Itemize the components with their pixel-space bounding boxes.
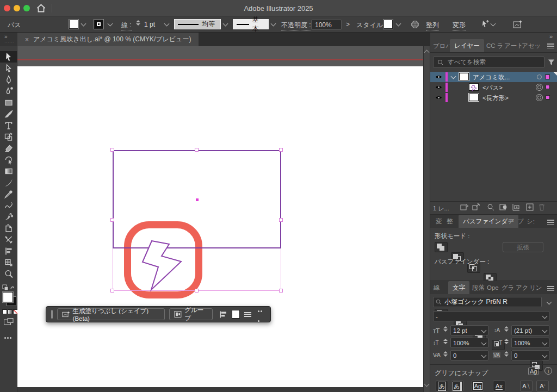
visibility-eye-icon[interactable]	[435, 74, 442, 79]
selection-color-chip[interactable]	[546, 85, 550, 89]
layer-row-rectangle[interactable]: <長方形>	[430, 92, 557, 103]
opacity-more-toggle[interactable]: >	[346, 21, 350, 28]
tab-layers[interactable]: レイヤー	[450, 39, 484, 52]
horizontal-scale-field[interactable]: 100%	[511, 338, 549, 348]
font-family-chevron-icon[interactable]	[547, 300, 552, 305]
fill-swatch-quick[interactable]	[232, 310, 240, 319]
tool-symbol-sprayer[interactable]	[0, 211, 17, 222]
width-profile-dropdown[interactable]: 均等	[174, 19, 221, 29]
character-panel-menu-icon[interactable]	[547, 285, 554, 293]
tool-paintbrush[interactable]	[0, 108, 17, 120]
vertical-scrollbar[interactable]	[423, 46, 430, 392]
info-icon[interactable]: i	[544, 367, 552, 375]
color-mode-gradient[interactable]	[8, 309, 13, 314]
shape-mode-unite-button[interactable]	[435, 242, 448, 252]
horizontal-scale-stepper[interactable]	[504, 339, 509, 344]
layer-row-path[interactable]: <パス>	[430, 82, 557, 92]
layer-name[interactable]: <パス>	[482, 84, 503, 92]
tool-selection[interactable]	[0, 51, 17, 63]
align-link[interactable]: 整列	[426, 21, 439, 31]
font-size-stepper[interactable]	[443, 326, 448, 332]
dock-collapse-icon[interactable]: »	[549, 33, 553, 40]
color-mode-color[interactable]	[2, 309, 7, 314]
new-layer-icon[interactable]	[526, 203, 534, 211]
tab-align[interactable]: 整	[447, 215, 453, 228]
lightning-bolt-path[interactable]	[138, 237, 203, 295]
tool-rectangle[interactable]	[0, 97, 17, 108]
selection-color-chip[interactable]	[545, 74, 550, 79]
horizontal-scale-chevron-icon[interactable]	[542, 340, 548, 346]
canvas[interactable]	[17, 46, 423, 392]
new-sublayer-icon[interactable]	[512, 203, 521, 211]
tab-appearance[interactable]: ア	[508, 215, 515, 228]
tracking-field[interactable]: 0	[511, 350, 549, 360]
layer-thumbnail[interactable]	[469, 94, 479, 101]
document-setup-globe-icon[interactable]	[411, 20, 419, 29]
layer-name[interactable]: アメコミ吹...	[473, 73, 510, 82]
group-button[interactable]: グループ	[169, 308, 213, 320]
visibility-eye-icon[interactable]	[435, 95, 442, 100]
collect-for-export-icon[interactable]	[460, 203, 469, 211]
selection-handle[interactable]	[279, 218, 283, 222]
font-family-field[interactable]: 小塚ゴシック Pr6N R	[433, 297, 542, 307]
leading-field[interactable]: (21 pt)	[511, 325, 549, 335]
delete-layer-icon[interactable]	[539, 203, 545, 211]
tab-character[interactable]: 文字	[448, 281, 469, 294]
expand-button[interactable]: 拡張	[503, 242, 543, 252]
tab-cc-libraries[interactable]: CC ラ	[486, 39, 504, 52]
tool-graph[interactable]	[0, 245, 17, 257]
horizontal-scrollbar-track[interactable]	[17, 387, 423, 392]
target-circle-icon[interactable]	[537, 96, 541, 99]
tool-pen[interactable]	[0, 74, 17, 85]
tool-blend[interactable]	[0, 234, 17, 245]
stroke-chevron-icon[interactable]	[108, 21, 113, 27]
tab-paragraph[interactable]: 段落	[472, 281, 485, 294]
selection-handle[interactable]	[110, 148, 114, 152]
tab-stroke[interactable]: 線	[434, 281, 440, 294]
snap-x-height-button[interactable]: Ax	[493, 381, 505, 391]
tool-eyedropper[interactable]	[0, 188, 17, 200]
tracking-chevron-icon[interactable]	[542, 353, 548, 358]
layer-name[interactable]: <長方形>	[482, 94, 509, 102]
fill-color-control[interactable]	[3, 292, 13, 302]
layers-panel-menu-icon[interactable]	[547, 42, 554, 50]
layer-thumbnail[interactable]	[459, 73, 469, 80]
stroke-options-icon[interactable]	[244, 311, 251, 318]
tab-opentype[interactable]: Ope	[487, 281, 499, 294]
tool-type[interactable]	[0, 120, 17, 131]
style-swatch[interactable]	[383, 20, 393, 29]
font-style-chevron-icon[interactable]	[542, 314, 548, 319]
fill-color-swatch[interactable]	[69, 20, 78, 29]
snap-baseline-button[interactable]: Ag	[472, 381, 484, 391]
font-style-field[interactable]: -	[433, 311, 549, 321]
stroke-color-swatch[interactable]	[94, 20, 103, 29]
draw-mode-icon[interactable]	[3, 318, 14, 326]
tab-artboards[interactable]: アート	[504, 39, 523, 52]
tool-eraser[interactable]	[0, 142, 17, 154]
expand-chevron-icon[interactable]	[451, 74, 456, 79]
style-chevron-icon[interactable]	[396, 21, 401, 27]
layer-thumbnail[interactable]	[469, 83, 479, 91]
tool-gradient[interactable]	[0, 165, 17, 177]
select-similar-icon[interactable]	[480, 20, 490, 29]
leading-stepper[interactable]	[504, 326, 509, 332]
generative-fill-button[interactable]: 生成塗りつぶし (シェイプ) (Beta)	[57, 308, 165, 320]
tool-slice[interactable]	[0, 257, 17, 268]
tool-artboard[interactable]	[0, 222, 17, 234]
make-mask-icon[interactable]	[499, 203, 508, 211]
target-circle-icon[interactable]	[537, 74, 542, 79]
kerning-chevron-icon[interactable]	[481, 353, 487, 358]
kerning-stepper[interactable]	[443, 351, 448, 357]
scroll-up-icon[interactable]	[424, 50, 430, 55]
tab-glyphs[interactable]: グラ	[502, 281, 515, 294]
toolbar-collapse-stub[interactable]: » ⋯⋯	[0, 33, 17, 46]
tab-assets[interactable]: アセッ	[522, 39, 541, 52]
tab-transform[interactable]: 変	[436, 215, 442, 228]
tab-properties-short[interactable]: プ	[517, 215, 524, 228]
select-similar-chevron-icon[interactable]	[491, 21, 496, 27]
layers-search-input[interactable]: すべてを検索	[433, 57, 544, 68]
kerning-field[interactable]: 0	[450, 350, 488, 360]
snap-embox-center-button[interactable]: あ	[451, 381, 463, 391]
taskbar-more-icon[interactable]	[258, 304, 265, 324]
selection-handle[interactable]	[279, 289, 283, 293]
